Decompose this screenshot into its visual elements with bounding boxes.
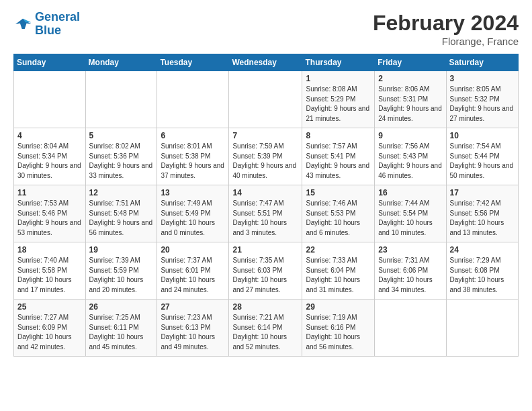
day-number: 1 xyxy=(306,74,371,83)
day-number: 21 xyxy=(232,245,298,255)
day-info: Sunrise: 7:49 AMSunset: 5:49 PMDaylight:… xyxy=(161,199,225,238)
day-number: 2 xyxy=(378,74,442,83)
calendar-day-cell: 26 Sunrise: 7:25 AMSunset: 6:11 PMDaylig… xyxy=(85,300,157,357)
day-number: 22 xyxy=(306,245,371,255)
page-header: General Blue February 2024 Florange, Fra… xyxy=(13,11,519,47)
calendar-day-cell: 25 Sunrise: 7:27 AMSunset: 6:09 PMDaylig… xyxy=(14,300,86,357)
calendar-day-cell: 13 Sunrise: 7:49 AMSunset: 5:49 PMDaylig… xyxy=(157,185,229,242)
calendar-day-cell: 28 Sunrise: 7:21 AMSunset: 6:14 PMDaylig… xyxy=(229,300,302,357)
calendar-day-cell xyxy=(157,71,229,128)
day-info: Sunrise: 7:39 AMSunset: 5:59 PMDaylight:… xyxy=(89,256,154,295)
calendar-day-cell: 7 Sunrise: 7:59 AMSunset: 5:39 PMDayligh… xyxy=(229,128,302,185)
day-info: Sunrise: 7:19 AMSunset: 6:16 PMDaylight:… xyxy=(306,313,371,352)
day-info: Sunrise: 7:57 AMSunset: 5:41 PMDaylight:… xyxy=(306,142,371,181)
logo: General Blue xyxy=(13,11,80,38)
calendar-table: SundayMondayTuesdayWednesdayThursdayFrid… xyxy=(13,54,519,357)
calendar-day-cell: 18 Sunrise: 7:40 AMSunset: 5:58 PMDaylig… xyxy=(14,242,86,300)
day-number: 24 xyxy=(450,245,515,255)
calendar-day-cell: 1 Sunrise: 8:08 AMSunset: 5:29 PMDayligh… xyxy=(302,71,375,128)
day-number: 9 xyxy=(378,131,442,140)
day-info: Sunrise: 8:02 AMSunset: 5:36 PMDaylight:… xyxy=(89,142,154,181)
calendar-day-cell: 11 Sunrise: 7:53 AMSunset: 5:46 PMDaylig… xyxy=(14,185,86,242)
weekday-header: Friday xyxy=(375,54,446,71)
day-number: 14 xyxy=(232,188,298,197)
day-number: 20 xyxy=(161,245,225,255)
day-number: 8 xyxy=(306,131,371,140)
day-info: Sunrise: 7:23 AMSunset: 6:13 PMDaylight:… xyxy=(161,313,225,352)
calendar-day-cell: 10 Sunrise: 7:54 AMSunset: 5:44 PMDaylig… xyxy=(446,128,518,185)
day-number: 12 xyxy=(89,188,154,197)
day-info: Sunrise: 7:37 AMSunset: 6:01 PMDaylight:… xyxy=(161,256,225,295)
calendar-week-row: 25 Sunrise: 7:27 AMSunset: 6:09 PMDaylig… xyxy=(14,300,519,357)
calendar-day-cell: 21 Sunrise: 7:35 AMSunset: 6:03 PMDaylig… xyxy=(229,242,302,300)
calendar-day-cell: 17 Sunrise: 7:42 AMSunset: 5:56 PMDaylig… xyxy=(446,185,518,242)
weekday-header: Sunday xyxy=(14,54,86,71)
day-info: Sunrise: 8:05 AMSunset: 5:32 PMDaylight:… xyxy=(450,85,515,124)
calendar-day-cell: 19 Sunrise: 7:39 AMSunset: 5:59 PMDaylig… xyxy=(85,242,157,300)
calendar-day-cell: 14 Sunrise: 7:47 AMSunset: 5:51 PMDaylig… xyxy=(229,185,302,242)
day-info: Sunrise: 8:08 AMSunset: 5:29 PMDaylight:… xyxy=(306,85,371,124)
day-info: Sunrise: 7:27 AMSunset: 6:09 PMDaylight:… xyxy=(17,313,82,352)
calendar-location: Florange, France xyxy=(373,36,519,47)
day-number: 23 xyxy=(378,245,442,255)
day-number: 26 xyxy=(89,302,154,312)
day-info: Sunrise: 7:40 AMSunset: 5:58 PMDaylight:… xyxy=(17,256,82,295)
day-info: Sunrise: 7:54 AMSunset: 5:44 PMDaylight:… xyxy=(450,142,515,181)
day-info: Sunrise: 7:21 AMSunset: 6:14 PMDaylight:… xyxy=(232,313,298,352)
day-number: 29 xyxy=(306,302,371,312)
day-number: 4 xyxy=(17,131,82,140)
calendar-day-cell xyxy=(14,71,86,128)
day-number: 27 xyxy=(161,302,225,312)
calendar-day-cell: 20 Sunrise: 7:37 AMSunset: 6:01 PMDaylig… xyxy=(157,242,229,300)
calendar-day-cell: 16 Sunrise: 7:44 AMSunset: 5:54 PMDaylig… xyxy=(375,185,446,242)
day-info: Sunrise: 7:44 AMSunset: 5:54 PMDaylight:… xyxy=(378,199,442,238)
day-number: 16 xyxy=(378,188,442,197)
calendar-day-cell: 3 Sunrise: 8:05 AMSunset: 5:32 PMDayligh… xyxy=(446,71,518,128)
calendar-day-cell: 9 Sunrise: 7:56 AMSunset: 5:43 PMDayligh… xyxy=(375,128,446,185)
weekday-header: Tuesday xyxy=(157,54,229,71)
weekday-header: Thursday xyxy=(302,54,375,71)
logo-text: General Blue xyxy=(35,11,80,38)
calendar-day-cell: 23 Sunrise: 7:31 AMSunset: 6:06 PMDaylig… xyxy=(375,242,446,300)
day-number: 7 xyxy=(232,131,298,140)
day-info: Sunrise: 8:01 AMSunset: 5:38 PMDaylight:… xyxy=(161,142,225,181)
calendar-day-cell: 12 Sunrise: 7:51 AMSunset: 5:48 PMDaylig… xyxy=(85,185,157,242)
svg-marker-0 xyxy=(15,19,31,29)
calendar-day-cell xyxy=(375,300,446,357)
weekday-header: Monday xyxy=(85,54,157,71)
day-info: Sunrise: 7:51 AMSunset: 5:48 PMDaylight:… xyxy=(89,199,154,238)
day-info: Sunrise: 7:42 AMSunset: 5:56 PMDaylight:… xyxy=(450,199,515,238)
calendar-week-row: 18 Sunrise: 7:40 AMSunset: 5:58 PMDaylig… xyxy=(14,242,519,300)
calendar-title-block: February 2024 Florange, France xyxy=(373,11,519,47)
calendar-day-cell: 27 Sunrise: 7:23 AMSunset: 6:13 PMDaylig… xyxy=(157,300,229,357)
day-number: 18 xyxy=(17,245,82,255)
calendar-week-row: 4 Sunrise: 8:04 AMSunset: 5:34 PMDayligh… xyxy=(14,128,519,185)
calendar-month-year: February 2024 xyxy=(373,11,519,36)
calendar-day-cell: 2 Sunrise: 8:06 AMSunset: 5:31 PMDayligh… xyxy=(375,71,446,128)
day-number: 10 xyxy=(450,131,515,140)
day-number: 15 xyxy=(306,188,371,197)
day-info: Sunrise: 7:29 AMSunset: 6:08 PMDaylight:… xyxy=(450,256,515,295)
day-number: 17 xyxy=(450,188,515,197)
day-info: Sunrise: 7:33 AMSunset: 6:04 PMDaylight:… xyxy=(306,256,371,295)
calendar-week-row: 11 Sunrise: 7:53 AMSunset: 5:46 PMDaylig… xyxy=(14,185,519,242)
calendar-day-cell: 4 Sunrise: 8:04 AMSunset: 5:34 PMDayligh… xyxy=(14,128,86,185)
calendar-day-cell: 5 Sunrise: 8:02 AMSunset: 5:36 PMDayligh… xyxy=(85,128,157,185)
calendar-day-cell: 15 Sunrise: 7:46 AMSunset: 5:53 PMDaylig… xyxy=(302,185,375,242)
logo-bird-icon xyxy=(13,17,32,32)
day-info: Sunrise: 7:46 AMSunset: 5:53 PMDaylight:… xyxy=(306,199,371,238)
day-number: 28 xyxy=(232,302,298,312)
day-number: 19 xyxy=(89,245,154,255)
weekday-header-row: SundayMondayTuesdayWednesdayThursdayFrid… xyxy=(14,54,519,71)
day-info: Sunrise: 7:47 AMSunset: 5:51 PMDaylight:… xyxy=(232,199,298,238)
day-number: 6 xyxy=(161,131,225,140)
day-info: Sunrise: 7:56 AMSunset: 5:43 PMDaylight:… xyxy=(378,142,442,181)
day-info: Sunrise: 7:31 AMSunset: 6:06 PMDaylight:… xyxy=(378,256,442,295)
calendar-day-cell xyxy=(229,71,302,128)
calendar-week-row: 1 Sunrise: 8:08 AMSunset: 5:29 PMDayligh… xyxy=(14,71,519,128)
calendar-day-cell: 8 Sunrise: 7:57 AMSunset: 5:41 PMDayligh… xyxy=(302,128,375,185)
day-number: 3 xyxy=(450,74,515,83)
day-number: 5 xyxy=(89,131,154,140)
calendar-day-cell: 29 Sunrise: 7:19 AMSunset: 6:16 PMDaylig… xyxy=(302,300,375,357)
day-number: 11 xyxy=(17,188,82,197)
